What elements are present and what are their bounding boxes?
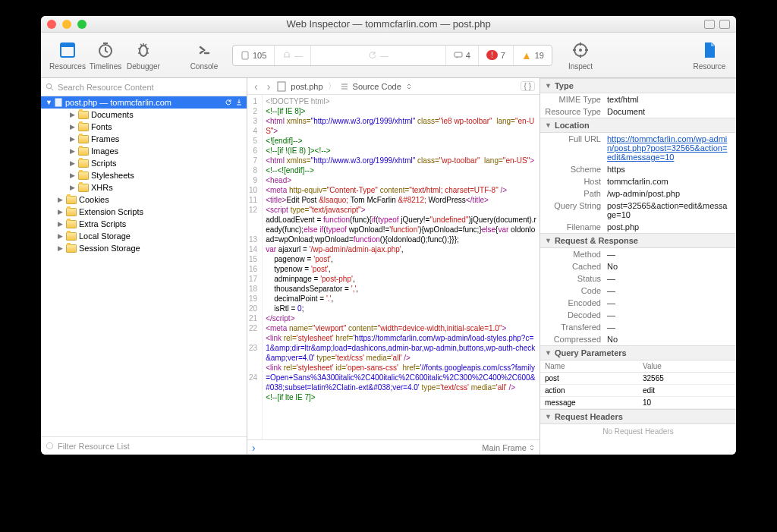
tree-folder-local-storage[interactable]: ▶Local Storage xyxy=(41,230,247,242)
tree-folder-label: Scripts xyxy=(91,159,117,168)
disclosure-arrow-icon[interactable]: ▶ xyxy=(58,232,64,240)
query-params-header: NameValue xyxy=(540,360,736,373)
tree-folder-xhrs[interactable]: ▶XHRs xyxy=(41,181,247,194)
filter-resource-input[interactable]: Filter Resource List xyxy=(41,436,247,455)
zoom-window-button[interactable] xyxy=(77,20,87,29)
time-indicator[interactable]: — xyxy=(275,46,311,65)
disclosure-arrow-icon[interactable]: ▼ xyxy=(46,99,52,106)
inspect-button[interactable]: Inspect xyxy=(562,40,599,71)
tree-folder-stylesheets[interactable]: ▶Stylesheets xyxy=(41,169,247,181)
section-query-parameters[interactable]: ▼Query Parameters xyxy=(540,345,736,360)
updown-icon[interactable] xyxy=(406,83,412,90)
error-badge-icon: ! xyxy=(486,50,498,60)
source-code-view[interactable]: 123456789101112131415161718192021222324 … xyxy=(247,95,539,439)
nav-forward-button[interactable]: › xyxy=(265,80,273,93)
crumb-file[interactable]: post.php xyxy=(291,82,322,91)
warning-icon: ▲ xyxy=(521,49,532,61)
tree-folder-cookies[interactable]: ▶Cookies xyxy=(41,194,247,206)
disclosure-arrow-icon[interactable]: ▶ xyxy=(58,244,64,252)
tree-root-postphp[interactable]: ▼ post.php — tommcfarlin.com xyxy=(41,96,247,109)
tree-folder-scripts[interactable]: ▶Scripts xyxy=(41,157,247,169)
tab-debugger[interactable]: Debugger xyxy=(124,40,162,71)
main-content: Search Resource Content ▼ post.php — tom… xyxy=(41,78,736,455)
source-text[interactable]: <!DOCTYPE html> <!--[if IE 8]> <html xml… xyxy=(263,95,539,439)
reload-indicator[interactable]: — xyxy=(311,46,446,65)
disclosure-arrow-icon[interactable]: ▶ xyxy=(70,147,76,155)
bell-icon xyxy=(282,51,291,60)
resource-count[interactable]: 105 xyxy=(233,46,275,65)
disclosure-arrow-icon[interactable]: ▶ xyxy=(70,184,76,191)
dock-side-icon[interactable] xyxy=(704,20,715,29)
tree-folder-frames[interactable]: ▶Frames xyxy=(41,133,247,145)
minimize-window-button[interactable] xyxy=(62,20,71,29)
resource-tree: ▼ post.php — tommcfarlin.com ▶Documents▶… xyxy=(41,96,247,436)
svg-rect-5 xyxy=(455,52,462,57)
document-icon xyxy=(277,81,286,92)
tab-resources[interactable]: Resources xyxy=(49,40,87,71)
tree-folder-label: Local Storage xyxy=(79,231,131,241)
console-prompt-icon[interactable]: › xyxy=(252,442,256,454)
error-count[interactable]: ! 7 xyxy=(479,46,514,65)
tree-folder-label: Extra Scripts xyxy=(79,219,126,228)
tree-folder-images[interactable]: ▶Images xyxy=(41,145,247,157)
close-window-button[interactable] xyxy=(47,20,56,29)
source-panel: ‹ › post.php 〉 Source Code { } 123456789… xyxy=(247,78,540,455)
no-request-headers-label: No Request Headers xyxy=(540,424,736,439)
title-right-icons xyxy=(704,20,730,29)
tab-console[interactable]: Console xyxy=(185,40,223,71)
folder-icon xyxy=(66,196,77,204)
section-location[interactable]: ▼Location xyxy=(540,118,736,133)
disclosure-arrow-icon[interactable]: ▶ xyxy=(58,196,64,203)
tree-folder-label: Session Storage xyxy=(79,244,140,253)
qp-value: edit xyxy=(638,385,736,396)
nav-back-button[interactable]: ‹ xyxy=(252,80,260,93)
tab-timelines[interactable]: Timelines xyxy=(87,40,124,71)
folder-icon xyxy=(78,184,89,192)
tree-folder-documents[interactable]: ▶Documents xyxy=(41,109,247,121)
source-footer: › Main Frame xyxy=(247,439,539,455)
download-icon[interactable] xyxy=(234,98,244,107)
disclosure-arrow-icon[interactable]: ▶ xyxy=(70,159,76,167)
qp-value: 10 xyxy=(638,397,736,408)
disclosure-arrow-icon[interactable]: ▶ xyxy=(70,123,76,131)
disclosure-arrow-icon[interactable]: ▶ xyxy=(58,220,64,228)
section-request-response[interactable]: ▼Request & Response xyxy=(540,233,736,248)
svg-rect-9 xyxy=(55,99,61,106)
qp-value: 32565 xyxy=(638,373,736,384)
dock-bottom-icon[interactable] xyxy=(719,20,730,29)
log-count[interactable]: 4 xyxy=(446,46,479,65)
crumb-view[interactable]: Source Code xyxy=(353,82,401,91)
warning-count[interactable]: ▲ 19 xyxy=(514,46,552,65)
reload-icon[interactable] xyxy=(224,98,233,107)
tree-folder-extension-scripts[interactable]: ▶Extension Scripts xyxy=(41,206,247,218)
tree-folder-extra-scripts[interactable]: ▶Extra Scripts xyxy=(41,218,247,230)
disclosure-arrow-icon[interactable]: ▶ xyxy=(70,111,76,118)
tree-folder-label: Fonts xyxy=(91,122,112,131)
svg-point-7 xyxy=(579,49,582,52)
full-url-link[interactable]: https://tommcfarlin.com/wp-admin/post.ph… xyxy=(607,134,731,162)
tree-folder-label: Cookies xyxy=(79,195,109,204)
window-controls xyxy=(47,20,87,29)
frame-selector[interactable]: Main Frame xyxy=(482,443,535,452)
section-type[interactable]: ▼Type xyxy=(540,78,736,93)
disclosure-arrow-icon[interactable]: ▶ xyxy=(70,135,76,143)
list-icon xyxy=(341,83,348,90)
disclosure-arrow-icon[interactable]: ▶ xyxy=(58,208,64,216)
section-request-headers[interactable]: ▼Request Headers xyxy=(540,409,736,424)
line-gutter: 123456789101112131415161718192021222324 xyxy=(247,95,263,439)
disclosure-arrow-icon[interactable]: ▶ xyxy=(70,172,76,179)
chat-icon xyxy=(454,51,463,60)
folder-icon xyxy=(66,208,77,216)
tree-folder-fonts[interactable]: ▶Fonts xyxy=(41,121,247,133)
pretty-print-button[interactable]: { } xyxy=(521,81,535,91)
search-resource-input[interactable]: Search Resource Content xyxy=(41,78,247,96)
main-toolbar: Resources Timelines Debugger Console 105… xyxy=(41,33,736,78)
tree-folder-session-storage[interactable]: ▶Session Storage xyxy=(41,242,247,254)
resource-details-button[interactable]: Resource xyxy=(690,40,728,71)
tree-folder-label: XHRs xyxy=(91,183,113,192)
query-param-row: message10 xyxy=(540,397,736,409)
folder-icon xyxy=(78,111,89,119)
qp-name: action xyxy=(540,385,638,396)
window-title: Web Inspector — tommcfarlin.com — post.p… xyxy=(41,18,736,30)
details-panel: ▼Type MIME Typetext/html Resource TypeDo… xyxy=(540,78,736,455)
